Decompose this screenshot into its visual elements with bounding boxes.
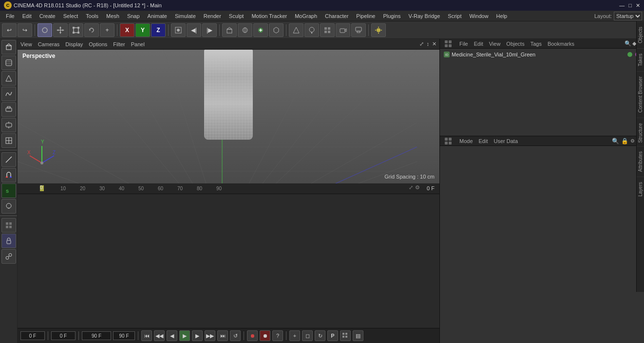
display-btn[interactable] bbox=[351, 23, 366, 37]
tab-takes[interactable]: Takes bbox=[637, 48, 644, 71]
obj-view-menu[interactable]: View bbox=[489, 41, 501, 47]
obj-tags-menu[interactable]: Tags bbox=[530, 41, 542, 47]
sidebar-grid2-btn[interactable] bbox=[1, 218, 16, 233]
menu-plugins[interactable]: Plugins bbox=[379, 12, 404, 20]
go-to-start-btn[interactable]: ⏮ bbox=[141, 330, 152, 341]
light-btn[interactable] bbox=[371, 23, 386, 37]
sidebar-spline-btn[interactable] bbox=[1, 102, 16, 117]
menu-snap[interactable]: Snap bbox=[123, 12, 144, 20]
obj-item-vial[interactable]: l0 Medicine_Sterile_Vial_10ml_Green bbox=[442, 51, 642, 58]
key-selection-btn[interactable]: ◻ bbox=[302, 330, 313, 341]
sidebar-lock-btn[interactable] bbox=[1, 234, 16, 248]
obj-file-menu[interactable]: File bbox=[459, 41, 468, 47]
timeline-rot-btn[interactable]: ↻ bbox=[315, 330, 325, 341]
hex-btn[interactable] bbox=[269, 23, 284, 37]
menu-render[interactable]: Render bbox=[200, 12, 225, 20]
sphere-btn[interactable] bbox=[238, 23, 252, 37]
sidebar-object-btn[interactable] bbox=[1, 40, 16, 54]
sidebar-magnet-btn[interactable] bbox=[1, 168, 16, 182]
timeline-layout-btn[interactable]: ▤ bbox=[353, 330, 363, 341]
undo-btn[interactable]: ↩ bbox=[2, 23, 17, 37]
menu-motion-tracker[interactable]: Motion Tracker bbox=[247, 12, 291, 20]
tab-structure[interactable]: Structure bbox=[637, 118, 644, 148]
sidebar-surface-btn[interactable] bbox=[1, 55, 16, 70]
play-btn[interactable]: ▶ bbox=[179, 330, 190, 341]
obj-edit-menu[interactable]: Edit bbox=[474, 41, 483, 47]
menu-pipeline[interactable]: Pipeline bbox=[352, 12, 379, 20]
vp-options-menu[interactable]: Options bbox=[89, 41, 107, 47]
go-to-end-btn[interactable]: ⏭ bbox=[217, 330, 228, 341]
fps-input[interactable] bbox=[113, 331, 135, 340]
obj-bookmarks-menu[interactable]: Bookmarks bbox=[548, 41, 574, 47]
sidebar-brush-btn[interactable] bbox=[1, 199, 16, 214]
next-frame-play-btn[interactable]: ▶ bbox=[192, 330, 203, 341]
prev-frame-btn[interactable]: ◀| bbox=[187, 23, 201, 37]
menu-window[interactable]: Window bbox=[465, 12, 492, 20]
vp-close-icon[interactable]: ✕ bbox=[432, 41, 436, 47]
next-frame-btn[interactable]: |▶ bbox=[202, 23, 217, 37]
next-key-btn[interactable]: ▶▶ bbox=[205, 330, 215, 341]
tab-attributes[interactable]: Attributes bbox=[637, 146, 644, 177]
rotate-btn[interactable] bbox=[84, 23, 99, 37]
timeline-config-icon[interactable]: ⚙ bbox=[415, 184, 420, 191]
sidebar-scene-btn[interactable] bbox=[1, 133, 16, 148]
persp-btn[interactable] bbox=[222, 23, 237, 37]
add-btn[interactable] bbox=[253, 23, 268, 37]
y-axis-btn[interactable]: Y bbox=[135, 23, 150, 37]
vp-maximize-icon[interactable]: ⤢ bbox=[419, 41, 424, 47]
paint-btn[interactable] bbox=[304, 23, 319, 37]
menu-select[interactable]: Select bbox=[59, 12, 82, 20]
sidebar-wire-btn[interactable] bbox=[1, 71, 16, 86]
menu-edit[interactable]: Edit bbox=[19, 12, 36, 20]
maximize-btn[interactable]: □ bbox=[628, 2, 632, 9]
x-axis-btn[interactable]: X bbox=[120, 23, 134, 37]
sidebar-nurbs-btn[interactable] bbox=[1, 87, 16, 101]
attr-mode-menu[interactable]: Mode bbox=[459, 138, 473, 144]
sidebar-line-btn[interactable] bbox=[1, 152, 16, 167]
vp-panel-menu[interactable]: Panel bbox=[131, 41, 145, 47]
redo-btn[interactable]: ↪ bbox=[18, 23, 32, 37]
tab-objects[interactable]: Objects bbox=[637, 21, 644, 48]
menu-file[interactable]: File bbox=[2, 12, 19, 20]
menu-create[interactable]: Create bbox=[36, 12, 59, 20]
vp-display-menu[interactable]: Display bbox=[65, 41, 83, 47]
close-btn[interactable]: ✕ bbox=[636, 2, 640, 9]
obj-search-icon[interactable]: 🔍 bbox=[625, 40, 631, 47]
move-btn[interactable] bbox=[53, 23, 68, 37]
loop-btn[interactable]: ↺ bbox=[230, 330, 241, 341]
vp-filter-menu[interactable]: Filter bbox=[113, 41, 125, 47]
timeline-help-btn[interactable]: ? bbox=[272, 330, 283, 341]
menu-mograph[interactable]: MoGraph bbox=[291, 12, 321, 20]
current-frame-input[interactable] bbox=[20, 331, 45, 340]
menu-vray[interactable]: V-Ray Bridge bbox=[405, 12, 444, 20]
menu-simulate[interactable]: Simulate bbox=[171, 12, 200, 20]
model-mode-btn[interactable] bbox=[38, 23, 52, 37]
shape-btn[interactable] bbox=[289, 23, 303, 37]
start-frame-input[interactable] bbox=[51, 331, 76, 340]
attr-search-icon[interactable]: 🔍 bbox=[612, 138, 619, 144]
vp-view-menu[interactable]: View bbox=[20, 41, 32, 47]
timeline-grid3-btn[interactable] bbox=[340, 330, 351, 341]
attr-lock-icon[interactable]: 🔒 bbox=[621, 138, 628, 144]
transform-btn[interactable]: + bbox=[100, 23, 114, 37]
tab-layers[interactable]: Layers bbox=[637, 177, 644, 201]
menu-script[interactable]: Script bbox=[444, 12, 465, 20]
z-axis-btn[interactable]: Z bbox=[151, 23, 166, 37]
end-frame-input[interactable] bbox=[82, 331, 111, 340]
sidebar-logo-btn[interactable]: S bbox=[1, 183, 16, 198]
timeline-p-btn[interactable]: P bbox=[327, 330, 338, 341]
auto-key-btn[interactable]: ⏺ bbox=[260, 330, 270, 341]
menu-sculpt[interactable]: Sculpt bbox=[225, 12, 248, 20]
menu-mesh[interactable]: Mesh bbox=[102, 12, 123, 20]
tab-content-browser[interactable]: Content Browser bbox=[637, 71, 644, 117]
grid-btn[interactable] bbox=[320, 23, 335, 37]
menu-animate[interactable]: Animate bbox=[144, 12, 171, 20]
attr-edit-menu[interactable]: Edit bbox=[479, 138, 488, 144]
menu-help[interactable]: Help bbox=[492, 12, 511, 20]
scale-btn[interactable] bbox=[69, 23, 83, 37]
attr-userdata-menu[interactable]: User Data bbox=[494, 138, 518, 144]
viewport-canvas[interactable]: Perspective bbox=[18, 50, 439, 183]
obj-objects-menu[interactable]: Objects bbox=[506, 41, 524, 47]
menu-tools[interactable]: Tools bbox=[82, 12, 102, 20]
vp-fullscreen-icon[interactable]: ↕ bbox=[427, 41, 430, 47]
